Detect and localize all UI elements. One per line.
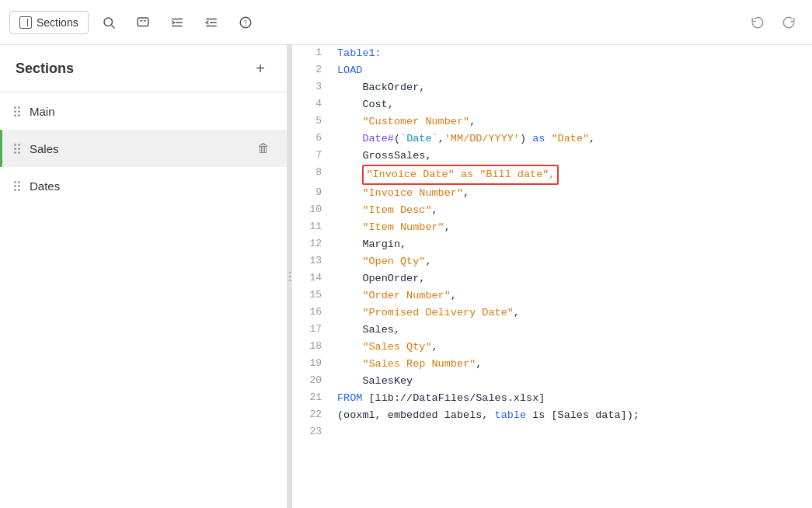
redo-icon: [782, 16, 796, 30]
sections-toggle-button[interactable]: Sections: [9, 11, 89, 34]
sidebar-item-dates-label: Dates: [30, 179, 253, 193]
code-line-16: 16 "Promised Delivery Date",: [292, 304, 812, 322]
code-line-9: 9 "Invoice Number",: [292, 185, 812, 202]
active-indicator: [0, 130, 2, 167]
line-num-11: 11: [292, 219, 331, 236]
drag-handle-main[interactable]: [12, 105, 22, 118]
outdent-button[interactable]: [197, 9, 225, 37]
code-line-18: 18 "Sales Qty",: [292, 339, 812, 356]
toolbar: Sections ?: [0, 0, 812, 45]
code-line-7: 7 GrossSales,: [292, 148, 812, 165]
undo-button[interactable]: [744, 9, 772, 37]
code-content-8[interactable]: "Invoice Date" as "Bill date",: [331, 165, 812, 185]
comment-button[interactable]: [129, 9, 157, 37]
line-num-17: 17: [292, 322, 331, 339]
svg-text:?: ?: [243, 18, 246, 26]
line-num-21: 21: [292, 390, 331, 407]
line-num-1: 1: [292, 45, 331, 62]
code-line-8: 8 "Invoice Date" as "Bill date",: [292, 165, 812, 185]
indent-icon: [170, 16, 184, 30]
panel-icon: [19, 16, 32, 29]
add-section-button[interactable]: +: [249, 57, 271, 79]
svg-line-1: [111, 25, 114, 28]
code-line-5: 5 "Customer Number",: [292, 113, 812, 130]
code-line-13: 13 "Open Qty",: [292, 253, 812, 270]
code-content-17[interactable]: Sales,: [331, 322, 812, 339]
line-num-12: 12: [292, 236, 331, 253]
line-num-9: 9: [292, 185, 331, 202]
drag-handle-sales[interactable]: [12, 142, 22, 155]
code-line-17: 17 Sales,: [292, 322, 812, 339]
line-num-5: 5: [292, 113, 331, 130]
code-line-6: 6 Date#(`Date`,'MM/DD/YYYY') as "Date",: [292, 130, 812, 148]
line-num-15: 15: [292, 287, 331, 304]
main-area: Sections + Main 🗑: [0, 45, 812, 508]
code-content-21[interactable]: FROM [lib://DataFiles/Sales.xlsx]: [331, 390, 812, 407]
code-line-22: 22 (ooxml, embedded labels, table is [Sa…: [292, 407, 812, 424]
sidebar-item-dates[interactable]: Dates 🗑: [0, 167, 287, 204]
code-content-12[interactable]: Margin,: [331, 236, 812, 253]
code-content-4[interactable]: Cost,: [331, 96, 812, 113]
line-num-8: 8: [292, 165, 331, 185]
code-content-22[interactable]: (ooxml, embedded labels, table is [Sales…: [331, 407, 812, 424]
code-content-10[interactable]: "Item Desc",: [331, 202, 812, 219]
code-line-2: 2 LOAD: [292, 62, 812, 79]
code-content-9[interactable]: "Invoice Number",: [331, 185, 812, 202]
drag-handle-dates[interactable]: [12, 179, 22, 193]
search-button[interactable]: [95, 9, 123, 37]
svg-point-0: [104, 18, 113, 26]
code-line-1: 1 Table1:: [292, 45, 812, 62]
code-line-19: 19 "Sales Rep Number",: [292, 356, 812, 373]
line-num-13: 13: [292, 253, 331, 270]
code-line-14: 14 OpenOrder,: [292, 270, 812, 287]
toolbar-right-actions: [744, 9, 803, 37]
code-line-10: 10 "Item Desc",: [292, 202, 812, 219]
code-content-7[interactable]: GrossSales,: [331, 148, 812, 165]
code-content-14[interactable]: OpenOrder,: [331, 270, 812, 287]
code-content-11[interactable]: "Item Number",: [331, 219, 812, 236]
sidebar-header: Sections +: [0, 45, 287, 92]
code-line-11: 11 "Item Number",: [292, 219, 812, 236]
line-num-6: 6: [292, 130, 331, 148]
line-num-23: 23: [292, 424, 331, 441]
code-content-19[interactable]: "Sales Rep Number",: [331, 356, 812, 373]
code-content-20[interactable]: SalesKey: [331, 373, 812, 390]
sections-button-label: Sections: [37, 16, 78, 29]
editor-area[interactable]: 1 Table1: 2 LOAD 3 BackOrder, 4 Cost,: [292, 45, 812, 508]
code-content-6[interactable]: Date#(`Date`,'MM/DD/YYYY') as "Date",: [331, 130, 812, 148]
code-content-1[interactable]: Table1:: [331, 45, 812, 62]
line-num-7: 7: [292, 148, 331, 165]
sidebar-list: Main 🗑 Sales 🗑: [0, 92, 287, 508]
line-num-14: 14: [292, 270, 331, 287]
redo-button[interactable]: [775, 9, 803, 37]
code-line-20: 20 SalesKey: [292, 373, 812, 390]
sidebar-title: Sections: [16, 61, 74, 77]
help-button[interactable]: ?: [232, 9, 260, 37]
svg-rect-2: [138, 18, 148, 26]
help-icon: ?: [239, 16, 253, 30]
line-num-19: 19: [292, 356, 331, 373]
line-num-20: 20: [292, 373, 331, 390]
code-content-3[interactable]: BackOrder,: [331, 79, 812, 96]
resize-dots: [289, 272, 291, 281]
code-content-15[interactable]: "Order Number",: [331, 287, 812, 304]
code-line-12: 12 Margin,: [292, 236, 812, 253]
sidebar-item-main[interactable]: Main 🗑: [0, 92, 287, 130]
code-content-13[interactable]: "Open Qty",: [331, 253, 812, 270]
code-content-16[interactable]: "Promised Delivery Date",: [331, 304, 812, 322]
indent-button[interactable]: [163, 9, 191, 37]
code-line-4: 4 Cost,: [292, 96, 812, 113]
sidebar-item-sales[interactable]: Sales 🗑: [0, 130, 287, 167]
delete-sales-button[interactable]: 🗑: [253, 137, 274, 159]
code-line-15: 15 "Order Number",: [292, 287, 812, 304]
line-num-18: 18: [292, 339, 331, 356]
code-line-21: 21 FROM [lib://DataFiles/Sales.xlsx]: [292, 390, 812, 407]
code-content-18[interactable]: "Sales Qty",: [331, 339, 812, 356]
undo-icon: [751, 16, 765, 30]
line-num-3: 3: [292, 79, 331, 96]
line-num-22: 22: [292, 407, 331, 424]
code-content-23[interactable]: [331, 424, 812, 441]
code-content-5[interactable]: "Customer Number",: [331, 113, 812, 130]
line-num-2: 2: [292, 62, 331, 79]
code-content-2[interactable]: LOAD: [331, 62, 812, 79]
